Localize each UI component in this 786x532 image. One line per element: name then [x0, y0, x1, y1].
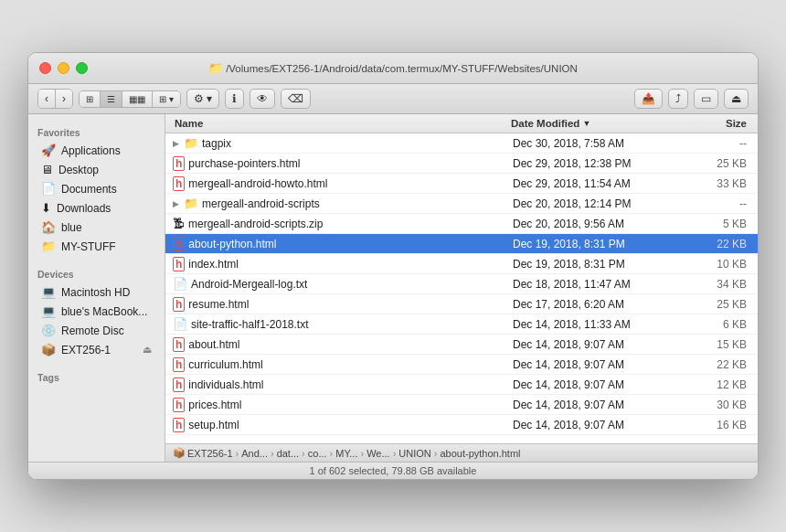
html-file-icon: h [173, 257, 185, 271]
breadcrumb-separator: › [271, 448, 274, 459]
file-name: h curriculum.html [165, 356, 511, 373]
devices-label: Devices [28, 263, 165, 282]
remote-disc-icon: 💿 [41, 324, 56, 337]
share2-button[interactable]: ⤴ [668, 89, 688, 109]
mystuff-label: MY-STUFF [61, 240, 116, 253]
file-date: Dec 19, 2018, 8:31 PM [511, 238, 694, 250]
breadcrumb-label: dat... [277, 448, 299, 459]
file-size: 34 KB [694, 278, 758, 291]
file-date: Dec 14, 2018, 9:07 AM [511, 419, 694, 431]
sidebar-item-blue[interactable]: 🏠 blue [32, 218, 161, 237]
table-row[interactable]: 🗜 mergeall-android-scripts.zip Dec 20, 2… [165, 214, 758, 234]
table-row[interactable]: h purchase-pointers.html Dec 29, 2018, 1… [165, 154, 758, 174]
ext256-eject-icon[interactable]: ⏏ [143, 344, 152, 356]
tags-label: Tags [28, 367, 165, 386]
breadcrumb-item[interactable]: co... [308, 448, 327, 459]
file-size: 10 KB [694, 258, 758, 271]
table-row[interactable]: h index.html Dec 19, 2018, 8:31 PM 10 KB [165, 254, 758, 274]
table-row[interactable]: 📄 site-traffic-half1-2018.txt Dec 14, 20… [165, 314, 758, 335]
sidebar-item-applications[interactable]: 🚀 Applications [32, 141, 161, 160]
file-size: 25 KB [694, 298, 758, 311]
info-button[interactable]: ℹ [225, 89, 244, 109]
file-size: 22 KB [694, 238, 758, 250]
sidebar-item-ext256[interactable]: 📦 EXT256-1 ⏏ [32, 340, 161, 359]
view-columns-button[interactable]: ▦▦ [122, 91, 153, 107]
breadcrumb-label: co... [308, 448, 327, 459]
file-name: h index.html [165, 256, 511, 272]
col-size-header[interactable]: Size [694, 118, 758, 129]
file-size: 30 KB [694, 399, 758, 411]
sidebar-item-blues-macbook[interactable]: 💻 blue's MacBook... [32, 302, 161, 321]
table-row[interactable]: 📄 Android-Mergeall-log.txt Dec 18, 2018,… [165, 274, 758, 294]
breadcrumb-item[interactable]: UNION [398, 448, 430, 459]
ext256-label: EXT256-1 [61, 344, 111, 356]
blues-macbook-icon: 💻 [41, 304, 56, 318]
breadcrumb-item[interactable]: about-python.html [440, 448, 520, 459]
html-file-icon: h [173, 418, 185, 432]
breadcrumb-label: We... [366, 448, 389, 459]
path-text: /Volumes/EXT256-1/Android/data/com.termu… [226, 63, 578, 74]
col-name-header[interactable]: Name [165, 118, 511, 129]
toolbar: ‹ › ⊞ ☰ ▦▦ ⊞ ▾ ⚙ ▾ ℹ 👁 ⌫ 📤 ⤴ ▭ ⏏ [28, 84, 758, 114]
table-row[interactable]: h resume.html Dec 17, 2018, 6:20 AM 25 K… [165, 294, 758, 314]
folder-icon: 📁 [184, 136, 198, 150]
view-dropdown-button[interactable]: ⊞ ▾ [153, 91, 180, 107]
table-row[interactable]: h curriculum.html Dec 14, 2018, 9:07 AM … [165, 355, 758, 375]
preview-button[interactable]: 👁 [250, 89, 275, 109]
table-row[interactable]: ▶📁 tagpix Dec 30, 2018, 7:58 AM -- [165, 133, 758, 154]
file-name-text: index.html [188, 258, 239, 271]
mystuff-icon: 📁 [41, 239, 56, 253]
remote-disc-label: Remote Disc [61, 325, 124, 337]
file-name-text: mergeall-android-scripts [202, 197, 320, 210]
file-name-text: setup.html [188, 419, 239, 431]
breadcrumb-item[interactable]: 📦 EXT256-1 [173, 447, 233, 459]
file-name: 📄 Android-Mergeall-log.txt [165, 276, 511, 292]
sidebar-item-mystuff[interactable]: 📁 MY-STUFF [32, 237, 161, 256]
file-name-text: site-traffic-half1-2018.txt [191, 318, 309, 331]
file-name: 📄 site-traffic-half1-2018.txt [165, 316, 511, 332]
table-row[interactable]: h individuals.html Dec 14, 2018, 9:07 AM… [165, 375, 758, 395]
table-row[interactable]: ▶📁 mergeall-android-scripts Dec 20, 2018… [165, 194, 758, 214]
sidebar-item-remote-disc[interactable]: 💿 Remote Disc [32, 321, 161, 340]
file-list: ▶📁 tagpix Dec 30, 2018, 7:58 AM -- h pur… [165, 133, 758, 443]
table-row[interactable]: h setup.html Dec 14, 2018, 9:07 AM 16 KB [165, 415, 758, 435]
html-file-icon: h [173, 357, 185, 372]
file-name: h resume.html [165, 296, 511, 313]
minimize-button[interactable] [58, 62, 69, 74]
eject-button[interactable]: ⏏ [724, 89, 749, 109]
sidebar: Favorites 🚀 Applications 🖥 Desktop 📄 Doc… [28, 114, 165, 462]
close-button[interactable] [39, 62, 51, 74]
action-button[interactable]: ⚙ ▾ [186, 89, 219, 109]
breadcrumb-label: EXT256-1 [187, 448, 233, 459]
view-icons-button[interactable]: ⊞ [80, 91, 101, 107]
sidebar-item-downloads[interactable]: ⬇ Downloads [32, 198, 161, 218]
back-button[interactable]: ‹ [38, 90, 56, 108]
macintosh-hd-label: Macintosh HD [61, 286, 130, 299]
table-row[interactable]: h about.html Dec 14, 2018, 9:07 AM 15 KB [165, 335, 758, 355]
file-name-text: prices.html [188, 399, 241, 411]
breadcrumb-item[interactable]: And... [241, 448, 268, 459]
sidebar-item-documents[interactable]: 📄 Documents [32, 179, 161, 198]
file-name-text: tagpix [202, 137, 231, 150]
breadcrumb-item[interactable]: MY... [335, 448, 357, 459]
delete-button[interactable]: ⌫ [281, 89, 311, 109]
blue-icon: 🏠 [41, 220, 56, 234]
file-size: 22 KB [694, 358, 758, 371]
file-name-text: about.html [188, 338, 239, 351]
main-area: Favorites 🚀 Applications 🖥 Desktop 📄 Doc… [28, 114, 758, 462]
sidebar-item-desktop[interactable]: 🖥 Desktop [32, 160, 161, 179]
share1-button[interactable]: 📤 [634, 89, 663, 109]
file-size: 12 KB [694, 378, 758, 391]
table-row[interactable]: h mergeall-android-howto.html Dec 29, 20… [165, 174, 758, 194]
col-date-header[interactable]: Date Modified ▼ [511, 118, 694, 129]
sidebar-item-macintosh-hd[interactable]: 💻 Macintosh HD [32, 282, 161, 302]
breadcrumb-item[interactable]: We... [366, 448, 389, 459]
airplay-button[interactable]: ▭ [694, 89, 718, 109]
file-date: Dec 14, 2018, 11:33 AM [511, 318, 694, 331]
forward-button[interactable]: › [56, 90, 72, 108]
table-row[interactable]: h about-python.html Dec 19, 2018, 8:31 P… [165, 234, 758, 254]
breadcrumb-item[interactable]: dat... [277, 448, 299, 459]
view-list-button[interactable]: ☰ [101, 91, 122, 107]
maximize-button[interactable] [76, 62, 88, 74]
table-row[interactable]: h prices.html Dec 14, 2018, 9:07 AM 30 K… [165, 395, 758, 415]
